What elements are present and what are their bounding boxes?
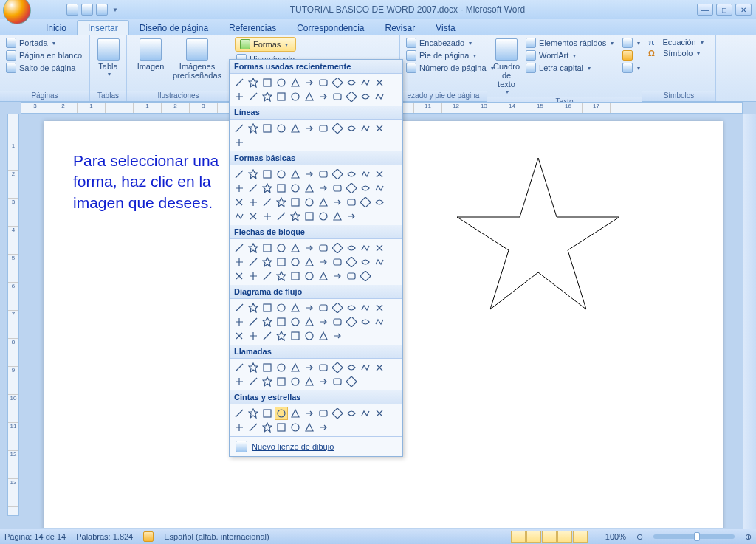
shape-option[interactable]: [359, 315, 372, 328]
shape-option[interactable]: [247, 329, 260, 342]
simbolo-button[interactable]: Ω Símbolo▾: [647, 48, 705, 58]
shape-option[interactable]: [233, 407, 246, 420]
shape-option[interactable]: [331, 301, 344, 314]
shape-option[interactable]: [289, 361, 302, 374]
shape-option[interactable]: [359, 182, 372, 195]
shape-option[interactable]: [303, 255, 316, 269]
shape-option[interactable]: [359, 241, 372, 255]
imagen-button[interactable]: Imagen: [131, 37, 170, 72]
shape-option[interactable]: [289, 329, 302, 342]
view-fullscreen[interactable]: [526, 531, 541, 543]
shape-option[interactable]: [345, 76, 358, 89]
shape-option[interactable]: [359, 90, 372, 103]
new-canvas-button[interactable]: Nuevo lienzo de dibujo: [230, 436, 402, 456]
shape-option[interactable]: [247, 182, 260, 195]
shape-option[interactable]: [275, 329, 288, 342]
zoom-out-button[interactable]: ⊖: [636, 532, 643, 542]
shape-option[interactable]: [247, 361, 260, 374]
shape-option[interactable]: [247, 269, 260, 283]
shape-option[interactable]: [303, 421, 316, 434]
shape-option[interactable]: [261, 301, 274, 314]
shape-option[interactable]: [373, 315, 386, 328]
shape-option[interactable]: [233, 361, 246, 374]
shape-option[interactable]: [331, 255, 344, 269]
shape-option[interactable]: [373, 196, 386, 209]
shape-option[interactable]: [233, 255, 246, 269]
shape-option[interactable]: [317, 269, 330, 283]
signature-button[interactable]: ▾: [621, 37, 642, 49]
shape-option[interactable]: [261, 122, 274, 135]
shape-option[interactable]: [275, 421, 288, 434]
ecuacion-button[interactable]: π Ecuación▾: [647, 37, 705, 47]
salto-pagina-button[interactable]: Salto de página: [4, 62, 83, 74]
shape-option[interactable]: [317, 407, 330, 420]
shape-option[interactable]: [303, 269, 316, 283]
shape-option[interactable]: [373, 168, 386, 181]
shape-option[interactable]: [261, 361, 274, 374]
tab-diseno[interactable]: Diseño de página: [129, 21, 219, 35]
shape-option[interactable]: [261, 375, 274, 388]
shape-option[interactable]: [303, 182, 316, 195]
shape-option[interactable]: [359, 168, 372, 181]
shape-option[interactable]: [317, 301, 330, 314]
shape-option[interactable]: [289, 210, 302, 223]
tab-vista[interactable]: Vista: [425, 21, 465, 35]
shape-option[interactable]: [275, 407, 288, 420]
shape-option[interactable]: [261, 241, 274, 255]
status-language[interactable]: Español (alfab. internacional): [164, 532, 269, 541]
shape-option[interactable]: [247, 76, 260, 89]
shape-option[interactable]: [289, 168, 302, 181]
shape-option[interactable]: [289, 196, 302, 209]
shape-option[interactable]: [303, 196, 316, 209]
shape-option[interactable]: [233, 76, 246, 89]
shape-option[interactable]: [345, 315, 358, 328]
shape-option[interactable]: [303, 407, 316, 420]
shape-option[interactable]: [247, 301, 260, 314]
shape-option[interactable]: [233, 421, 246, 434]
shape-option[interactable]: [303, 329, 316, 342]
shape-option[interactable]: [373, 241, 386, 255]
tab-insertar[interactable]: Insertar: [77, 20, 129, 35]
shape-option[interactable]: [233, 269, 246, 283]
shape-option[interactable]: [261, 168, 274, 181]
shape-option[interactable]: [373, 407, 386, 420]
shape-option[interactable]: [289, 76, 302, 89]
view-print-layout[interactable]: [511, 531, 526, 543]
shape-option[interactable]: [261, 421, 274, 434]
shape-option[interactable]: [303, 375, 316, 388]
maximize-button[interactable]: □: [716, 4, 732, 16]
datetime-button[interactable]: [621, 49, 642, 61]
star-shape[interactable]: [450, 154, 627, 317]
tabla-button[interactable]: Tabla▾: [94, 37, 122, 79]
shape-option[interactable]: [289, 122, 302, 135]
tab-referencias[interactable]: Referencias: [219, 21, 286, 35]
shape-option[interactable]: [247, 168, 260, 181]
shape-option[interactable]: [247, 375, 260, 388]
shape-option[interactable]: [247, 421, 260, 434]
shape-option[interactable]: [261, 210, 274, 223]
shape-option[interactable]: [359, 196, 372, 209]
shape-option[interactable]: [317, 241, 330, 255]
shape-option[interactable]: [345, 196, 358, 209]
shape-option[interactable]: [345, 301, 358, 314]
proofing-icon[interactable]: [143, 531, 154, 542]
shape-option[interactable]: [345, 375, 358, 388]
minimize-button[interactable]: —: [697, 4, 713, 16]
close-button[interactable]: ✕: [735, 4, 752, 16]
shape-option[interactable]: [233, 241, 246, 255]
tab-correspondencia[interactable]: Correspondencia: [286, 21, 374, 35]
formas-button[interactable]: Formas▾: [235, 37, 296, 52]
encabezado-button[interactable]: Encabezado▾: [405, 37, 495, 49]
shape-option[interactable]: [317, 196, 330, 209]
shape-option[interactable]: [331, 241, 344, 255]
tab-revisar[interactable]: Revisar: [375, 21, 426, 35]
shape-option[interactable]: [345, 90, 358, 103]
shape-option[interactable]: [331, 76, 344, 89]
shape-option[interactable]: [373, 182, 386, 195]
shape-option[interactable]: [289, 90, 302, 103]
zoom-in-button[interactable]: ⊕: [745, 532, 752, 542]
shape-option[interactable]: [345, 241, 358, 255]
shape-option[interactable]: [233, 329, 246, 342]
shape-option[interactable]: [359, 76, 372, 89]
shape-option[interactable]: [331, 315, 344, 328]
